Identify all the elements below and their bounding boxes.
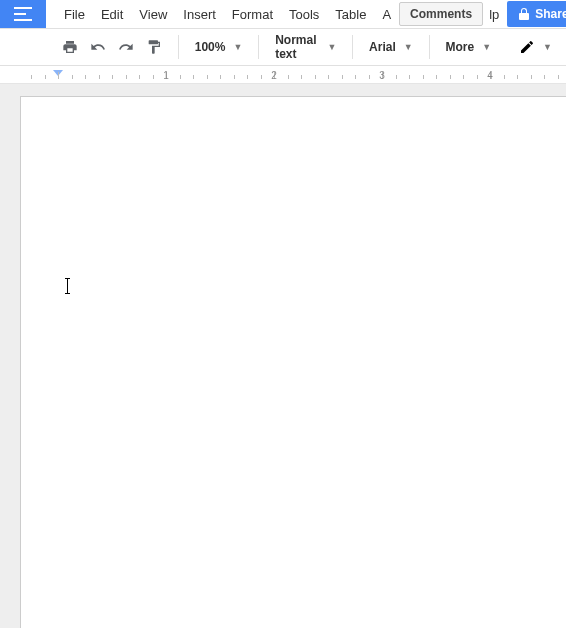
- ruler-number: 1: [163, 70, 169, 81]
- toolbar-separator: [429, 35, 430, 59]
- chevron-down-icon: ▼: [233, 42, 242, 52]
- help-fragment: lp: [489, 7, 501, 22]
- comments-button[interactable]: Comments: [399, 2, 483, 26]
- ruler-tick: [450, 75, 451, 79]
- ruler[interactable]: 12345: [0, 66, 566, 84]
- ruler-tick: [139, 75, 140, 79]
- text-cursor: [67, 278, 68, 294]
- toolbar-separator: [258, 35, 259, 59]
- redo-button[interactable]: [114, 35, 138, 59]
- more-button[interactable]: More ▼: [439, 34, 497, 60]
- ruler-tick: [531, 75, 532, 79]
- redo-icon: [118, 39, 134, 55]
- menu-format[interactable]: Format: [224, 3, 281, 26]
- paint-format-button[interactable]: [142, 35, 166, 59]
- chevron-down-icon: ▼: [404, 42, 413, 52]
- menu-file[interactable]: File: [56, 3, 93, 26]
- document-canvas[interactable]: [0, 84, 566, 628]
- docs-logo-icon: [14, 7, 32, 21]
- print-icon: [62, 39, 78, 55]
- pencil-icon: [519, 39, 535, 55]
- print-button[interactable]: [58, 35, 82, 59]
- undo-icon: [90, 39, 106, 55]
- menu-tools[interactable]: Tools: [281, 3, 327, 26]
- ruler-tick: [72, 75, 73, 79]
- ruler-tick: [558, 75, 559, 79]
- toolbar: 100% ▼ Normal text ▼ Arial ▼ More ▼ ▼: [0, 28, 566, 66]
- ruler-tick: [396, 75, 397, 79]
- menu-view[interactable]: View: [131, 3, 175, 26]
- zoom-value: 100%: [195, 40, 226, 54]
- font-value: Arial: [369, 40, 396, 54]
- ruler-tick: [31, 75, 32, 79]
- ruler-tick: [463, 75, 464, 79]
- ruler-tick: [45, 75, 46, 79]
- ruler-tick: [544, 75, 545, 79]
- menu-addons-fragment[interactable]: A: [374, 3, 399, 26]
- more-label: More: [445, 40, 474, 54]
- docs-logo[interactable]: [0, 0, 46, 28]
- menu-insert[interactable]: Insert: [175, 3, 224, 26]
- ruler-tick: [58, 72, 59, 79]
- ruler-tick: [180, 75, 181, 79]
- editing-mode-caret[interactable]: ▼: [543, 42, 552, 52]
- ruler-tick: [85, 75, 86, 79]
- ruler-track: 12345: [20, 66, 566, 83]
- ruler-tick: [315, 75, 316, 79]
- chevron-down-icon: ▼: [327, 42, 336, 52]
- menubar: File Edit View Insert Format Tools Table…: [0, 0, 566, 28]
- ruler-tick: [342, 75, 343, 79]
- ruler-tick: [504, 75, 505, 79]
- ruler-tick: [288, 75, 289, 79]
- ruler-tick: [99, 75, 100, 79]
- paragraph-style-select[interactable]: Normal text ▼: [269, 34, 342, 60]
- ruler-tick: [477, 75, 478, 79]
- ruler-number: 4: [487, 70, 493, 81]
- ruler-tick: [193, 75, 194, 79]
- ruler-tick: [301, 75, 302, 79]
- share-label: Share: [535, 7, 566, 21]
- document-page[interactable]: [20, 96, 566, 628]
- font-select[interactable]: Arial ▼: [363, 34, 419, 60]
- paint-format-icon: [146, 39, 162, 55]
- paragraph-style-value: Normal text: [275, 33, 319, 61]
- ruler-tick: [517, 75, 518, 79]
- ruler-tick: [153, 75, 154, 79]
- ruler-tick: [220, 75, 221, 79]
- menu-table[interactable]: Table: [327, 3, 374, 26]
- share-button[interactable]: Share: [507, 1, 566, 27]
- ruler-tick: [126, 75, 127, 79]
- ruler-tick: [247, 75, 248, 79]
- chevron-down-icon: ▼: [482, 42, 491, 52]
- toolbar-separator: [352, 35, 353, 59]
- zoom-select[interactable]: 100% ▼: [189, 34, 249, 60]
- menu-items: File Edit View Insert Format Tools Table…: [56, 1, 566, 27]
- ruler-tick: [261, 75, 262, 79]
- ruler-tick: [234, 75, 235, 79]
- ruler-tick: [369, 75, 370, 79]
- lock-icon: [519, 8, 529, 20]
- ruler-tick: [328, 75, 329, 79]
- ruler-number: 2: [271, 70, 277, 81]
- ruler-tick: [409, 75, 410, 79]
- ruler-tick: [436, 75, 437, 79]
- undo-button[interactable]: [86, 35, 110, 59]
- toolbar-separator: [178, 35, 179, 59]
- editing-mode-button[interactable]: [515, 35, 539, 59]
- ruler-tick: [112, 75, 113, 79]
- ruler-tick: [207, 75, 208, 79]
- ruler-tick: [423, 75, 424, 79]
- ruler-number: 3: [379, 70, 385, 81]
- menu-edit[interactable]: Edit: [93, 3, 131, 26]
- ruler-tick: [355, 75, 356, 79]
